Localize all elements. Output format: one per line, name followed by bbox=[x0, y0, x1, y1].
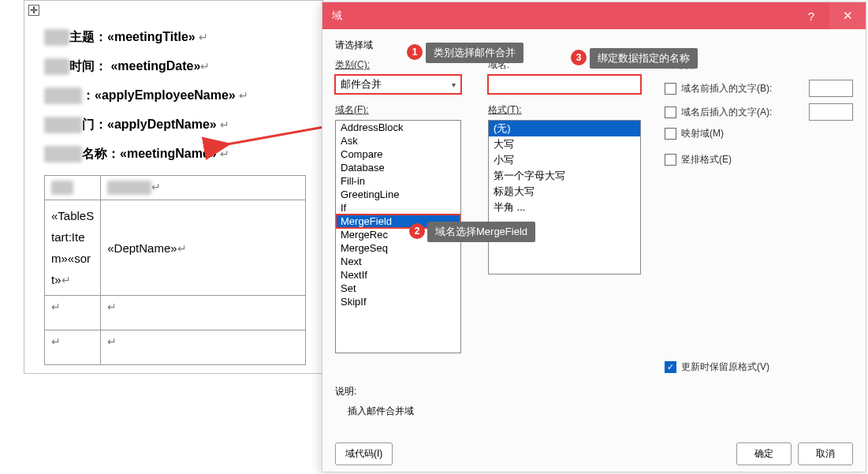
field-dialog: 域 ? ✕ 请选择域 类别(C): 邮件合并 ▾ 域名(F): AddressB… bbox=[322, 2, 866, 472]
after-text-input[interactable] bbox=[809, 103, 853, 121]
table-cell: ↵ bbox=[101, 330, 306, 365]
annotation-callout-2: 域名选择MergeField bbox=[427, 222, 535, 242]
help-button[interactable]: ? bbox=[793, 2, 829, 29]
format-item[interactable]: 半角 ... bbox=[489, 200, 640, 215]
fieldname-item[interactable]: Database bbox=[336, 161, 460, 174]
fieldnames-label: 域名(F): bbox=[335, 103, 479, 117]
checkbox-icon[interactable] bbox=[665, 106, 676, 118]
format-item[interactable]: (无) bbox=[489, 121, 640, 136]
fieldname-item[interactable]: Next bbox=[336, 255, 460, 268]
annotation-badge-1: 1 bbox=[407, 44, 423, 60]
checkbox-icon[interactable]: ✓ bbox=[665, 361, 676, 373]
checkbox-icon[interactable] bbox=[665, 128, 676, 140]
document-area: 会议主题：«meetingTitle» ↵ 会议时间： «meetingDate… bbox=[24, 0, 323, 374]
table-header-cell: 参会部门↵ bbox=[101, 176, 306, 200]
cancel-button[interactable]: 取消 bbox=[798, 442, 853, 465]
checkbox-icon[interactable] bbox=[665, 83, 676, 95]
ok-button[interactable]: 确定 bbox=[736, 442, 792, 465]
doc-line-title: 会议主题：«meetingTitle» ↵ bbox=[44, 29, 315, 46]
doc-line-dept: 申请部门：«applyDeptName» ↵ bbox=[44, 117, 315, 133]
option-before-text[interactable]: 域名前插入的文字(B): bbox=[665, 80, 853, 97]
table-header-cell: 序号 bbox=[45, 176, 101, 200]
field-code-button[interactable]: 域代码(I) bbox=[335, 442, 393, 465]
description-label: 说明: bbox=[335, 385, 853, 398]
annotation-callout-1: 类别选择邮件合并 bbox=[426, 43, 523, 63]
fieldname-item[interactable]: NextIf bbox=[336, 268, 460, 282]
close-button[interactable]: ✕ bbox=[829, 2, 866, 29]
fieldname-item[interactable]: AddressBlock bbox=[336, 121, 460, 134]
table-cell: «DeptName»↵ bbox=[101, 200, 306, 296]
table-cell: «TableStart:Item»«sort»↵ bbox=[45, 200, 101, 296]
before-text-input[interactable] bbox=[809, 80, 853, 97]
format-listbox[interactable]: (无)大写小写第一个字母大写标题大写半角 ... bbox=[488, 120, 641, 274]
fieldname-item[interactable]: If bbox=[336, 201, 460, 215]
domainname-input[interactable] bbox=[488, 75, 641, 94]
table-cell: ↵ bbox=[45, 330, 101, 365]
dialog-titlebar[interactable]: 域 ? ✕ bbox=[322, 2, 866, 29]
table-cell: ↵ bbox=[45, 296, 101, 330]
format-item[interactable]: 标题大写 bbox=[489, 184, 640, 200]
format-label: 格式(T): bbox=[488, 103, 650, 117]
format-item[interactable]: 大写 bbox=[489, 136, 640, 152]
chevron-down-icon: ▾ bbox=[452, 80, 456, 89]
fieldname-item[interactable]: Compare bbox=[336, 147, 460, 161]
fieldname-item[interactable]: SkipIf bbox=[336, 295, 460, 308]
annotation-badge-2: 2 bbox=[409, 223, 425, 239]
dialog-title: 域 bbox=[332, 9, 342, 23]
option-after-text[interactable]: 域名后插入的文字(A): bbox=[665, 103, 853, 121]
option-vertical[interactable]: 竖排格式(E) bbox=[665, 153, 853, 166]
doc-line-employee: 申请人：«applyEmployeeName» ↵ bbox=[44, 88, 315, 104]
option-mapped[interactable]: 映射域(M) bbox=[665, 127, 853, 140]
category-dropdown[interactable]: 邮件合并 ▾ bbox=[335, 75, 461, 94]
annotation-badge-3: 3 bbox=[571, 50, 587, 65]
fieldname-item[interactable]: Fill-in bbox=[336, 174, 460, 188]
fieldname-item[interactable]: MergeSeq bbox=[336, 241, 460, 255]
table-cell: ↵ bbox=[101, 296, 306, 330]
doc-line-meeting: 会议室名称：«meetingName» ↵ bbox=[44, 146, 315, 162]
doc-table: 序号 参会部门↵ «TableStart:Item»«sort»↵ «DeptN… bbox=[44, 175, 306, 365]
annotation-callout-3: 绑定数据指定的名称 bbox=[590, 48, 698, 69]
description-text: 插入邮件合并域 bbox=[348, 405, 853, 418]
option-preserve-format[interactable]: ✓ 更新时保留原格式(V) bbox=[665, 360, 853, 374]
checkbox-icon[interactable] bbox=[665, 154, 676, 166]
format-item[interactable]: 小写 bbox=[489, 152, 640, 168]
doc-line-date: 会议时间： «meetingDate»↵ bbox=[44, 58, 315, 75]
fieldname-item[interactable]: Set bbox=[336, 282, 460, 295]
fieldname-item[interactable]: Ask bbox=[336, 134, 460, 147]
fieldname-item[interactable]: GreetingLine bbox=[336, 188, 460, 201]
format-item[interactable]: 第一个字母大写 bbox=[489, 168, 640, 184]
